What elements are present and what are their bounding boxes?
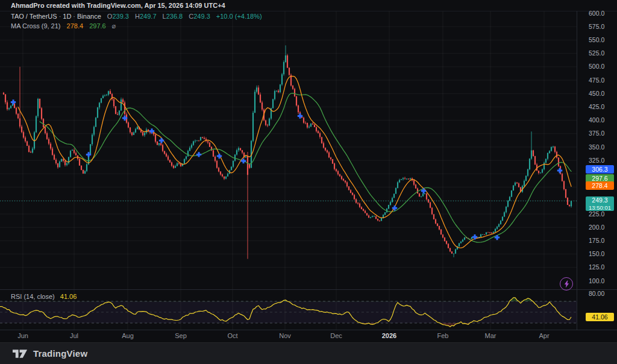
indicator-options-icon[interactable]: ⌀ <box>112 22 116 30</box>
time-axis[interactable] <box>0 330 577 342</box>
attribution-bar: AhmadPro created with TradingView.com, A… <box>0 0 617 11</box>
close-value: 249.3 <box>193 13 210 20</box>
high-value: 249.7 <box>140 13 157 20</box>
footer-bar: TradingView <box>0 342 617 364</box>
rsi-pane <box>0 298 577 327</box>
rsi-title: RSI (14, close) <box>11 293 55 300</box>
low-value: 236.8 <box>166 13 183 20</box>
pane-separators <box>0 11 617 330</box>
tradingview-logo-icon[interactable] <box>12 348 28 360</box>
symbol-legend-row: TAO / TetherUS·1D·Binance O239.3 H249.7 … <box>11 13 262 20</box>
symbol-title: TAO / TetherUS <box>11 13 57 20</box>
tradingview-chart-snapshot: AhmadPro created with TradingView.com, A… <box>0 0 617 364</box>
attribution-text: AhmadPro created with TradingView.com, A… <box>11 2 225 9</box>
exchange-label: Binance <box>77 13 101 20</box>
tradingview-brand-text[interactable]: TradingView <box>33 348 87 359</box>
indicator-legend-row: MA Cross (9, 21) 278.4 297.6 ⌀ <box>11 22 116 30</box>
chart-plot-canvas[interactable] <box>0 0 617 364</box>
high-label: H <box>135 13 140 20</box>
rsi-legend-row: RSI (14, close) 41.06 <box>11 293 77 300</box>
separator: · <box>59 13 61 20</box>
ma-slow-value: 297.6 <box>89 22 106 30</box>
price-pane <box>0 45 577 259</box>
lightning-bolt-icon <box>563 280 570 288</box>
price-axis[interactable] <box>577 11 617 330</box>
change-value: +10.0 (+4.18%) <box>216 13 262 20</box>
rsi-value: 41.06 <box>60 293 77 300</box>
indicator-name: MA Cross (9, 21) <box>11 22 61 30</box>
ma-fast-value: 278.4 <box>67 22 84 30</box>
separator: · <box>73 13 75 20</box>
open-value: 239.3 <box>112 13 129 20</box>
interval-label: 1D <box>63 13 71 20</box>
boost-button[interactable] <box>560 277 573 290</box>
